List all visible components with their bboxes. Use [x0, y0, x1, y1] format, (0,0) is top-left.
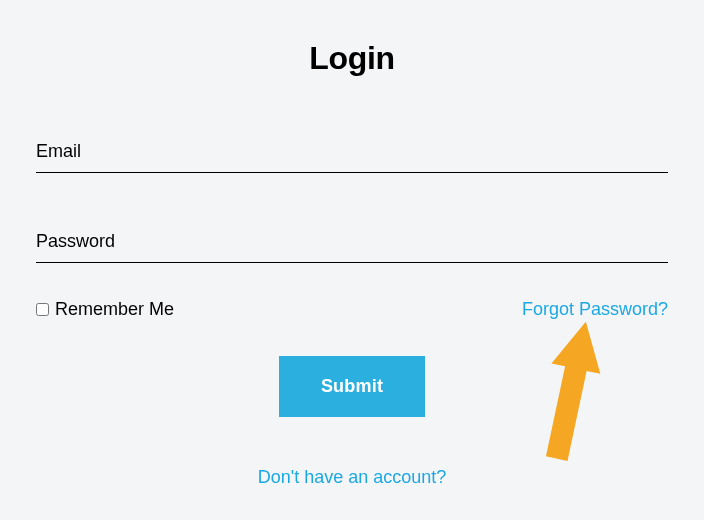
remember-me-group[interactable]: Remember Me — [36, 299, 174, 320]
submit-button[interactable]: Submit — [279, 356, 425, 417]
remember-me-label: Remember Me — [55, 299, 174, 320]
email-field[interactable] — [36, 135, 668, 173]
signup-link[interactable]: Don't have an account? — [258, 467, 447, 487]
password-field[interactable] — [36, 225, 668, 263]
signup-wrap: Don't have an account? — [36, 467, 668, 488]
login-form: Remember Me Forgot Password? Submit Don'… — [0, 135, 704, 488]
page-title: Login — [0, 0, 704, 77]
email-field-group — [36, 135, 668, 173]
password-field-group — [36, 225, 668, 263]
forgot-password-link[interactable]: Forgot Password? — [522, 299, 668, 320]
options-row: Remember Me Forgot Password? — [36, 299, 668, 320]
remember-me-checkbox[interactable] — [36, 303, 49, 316]
submit-wrap: Submit — [36, 356, 668, 417]
